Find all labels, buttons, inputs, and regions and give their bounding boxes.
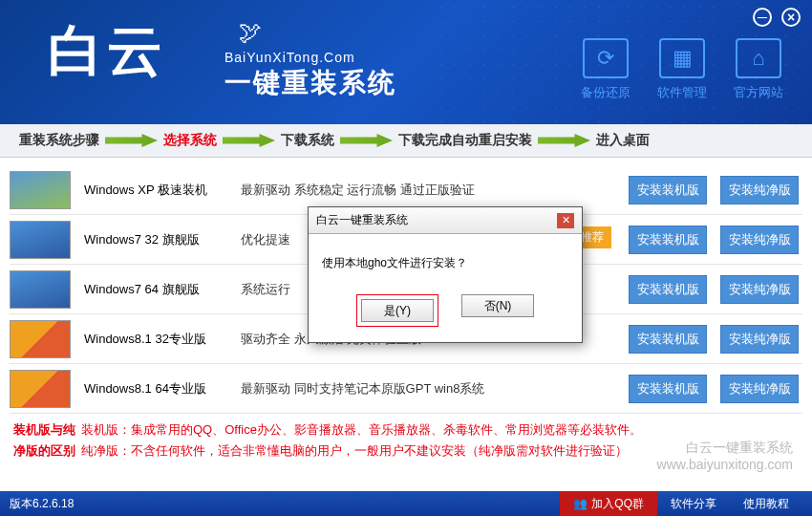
steps-bar: 重装系统步骤 选择系统 下载系统 下载完成自动重启安装 进入桌面 [0,124,812,158]
system-row: Windows8.1 64专业版最新驱动 同时支持笔记本原版GPT win8系统… [10,364,802,414]
bird-icon: 🕊 [239,19,262,46]
install-full-button[interactable]: 安装装机版 [629,226,707,254]
nav-backup-restore[interactable]: ⟳ 备份还原 [581,38,630,101]
dialog-no-button[interactable]: 否(N) [461,294,534,317]
os-thumbnail [10,221,71,259]
step-1: 重装系统步骤 [19,132,99,149]
os-name: Windows8.1 64专业版 [84,380,227,398]
install-clean-button[interactable]: 安装纯净版 [720,226,799,254]
note-label-1: 装机版与纯 [13,419,75,441]
qq-icon: 👥 [573,497,588,510]
logo-slogan: 一键重装系统 [224,65,396,101]
version-text: 版本6.2.6.18 [10,496,74,512]
step-5: 进入桌面 [596,132,650,149]
home-icon: ⌂ [736,38,781,78]
logo: 白云 🕊 [48,14,166,89]
app-header: ─ × 白云 🕊 BaiYunXiTong.Com 一键重装系统 ⟳ 备份还原 … [0,0,812,124]
dialog-titlebar: 白云一键重装系统 ✕ [309,207,582,234]
dialog-yes-highlight: 是(Y) [356,294,438,327]
arrow-icon [340,134,393,147]
qq-group-button[interactable]: 👥 加入QQ群 [560,491,657,516]
arrow-icon [538,134,590,147]
tutorial-button[interactable]: 使用教程 [730,491,802,516]
nav-label: 官方网站 [734,84,783,101]
os-name: Windows8.1 32专业版 [84,331,227,348]
install-clean-button[interactable]: 安装纯净版 [720,176,799,204]
step-3: 下载系统 [281,132,334,149]
arrow-icon [223,134,275,147]
install-full-button[interactable]: 安装装机版 [629,325,707,354]
os-thumbnail [10,320,71,358]
share-button[interactable]: 软件分享 [657,491,730,516]
os-name: Windows7 64 旗舰版 [84,281,227,298]
dialog-yes-button[interactable]: 是(Y) [361,299,434,322]
grid-icon: ▦ [659,38,705,78]
confirm-dialog: 白云一键重装系统 ✕ 使用本地gho文件进行安装？ 是(Y) 否(N) [308,206,583,343]
note-label-2: 净版的区别 [13,441,75,462]
minimize-button[interactable]: ─ [753,8,772,27]
logo-text: 白云 [48,14,166,89]
nav-label: 备份还原 [581,84,630,101]
nav-official-site[interactable]: ⌂ 官方网站 [734,38,783,101]
watermark: 白云一键重装系统 www.baiyunxitong.com [657,439,793,473]
os-description: 最新驱动 系统稳定 运行流畅 通过正版验证 [241,182,615,199]
install-clean-button[interactable]: 安装纯净版 [720,375,799,403]
dialog-title: 白云一键重装系统 [316,212,408,228]
os-thumbnail [10,270,71,309]
note-text-1: 装机版：集成常用的QQ、Office办公、影音播放器、音乐播放器、杀毒软件、常用… [81,419,642,441]
note-text-2: 纯净版：不含任何软件，适合非常懂电脑的用户，一般用户不建议安装（纯净版需对软件进… [81,441,628,462]
os-name: Windows XP 极速装机 [84,182,227,199]
refresh-icon: ⟳ [583,38,629,78]
os-description: 最新驱动 同时支持笔记本原版GPT win8系统 [241,380,615,398]
install-clean-button[interactable]: 安装纯净版 [720,325,799,354]
arrow-icon [105,134,158,147]
nav-label: 软件管理 [657,84,707,101]
os-thumbnail [10,171,71,209]
install-full-button[interactable]: 安装装机版 [629,275,707,304]
dialog-message: 使用本地gho文件进行安装？ [309,234,582,289]
nav-software-manage[interactable]: ▦ 软件管理 [657,38,707,101]
os-name: Windows7 32 旗舰版 [84,231,227,248]
install-clean-button[interactable]: 安装纯净版 [720,275,799,304]
step-2-active: 选择系统 [163,132,217,149]
dialog-close-button[interactable]: ✕ [557,213,574,228]
install-full-button[interactable]: 安装装机版 [629,375,707,403]
os-thumbnail [10,370,71,408]
logo-url: BaiYunXiTong.Com [224,50,396,65]
bottom-bar: 版本6.2.6.18 👥 加入QQ群 软件分享 使用教程 [0,491,812,516]
install-full-button[interactable]: 安装装机版 [629,176,707,204]
step-4: 下载完成自动重启安装 [398,132,532,149]
close-button[interactable]: × [781,8,801,27]
